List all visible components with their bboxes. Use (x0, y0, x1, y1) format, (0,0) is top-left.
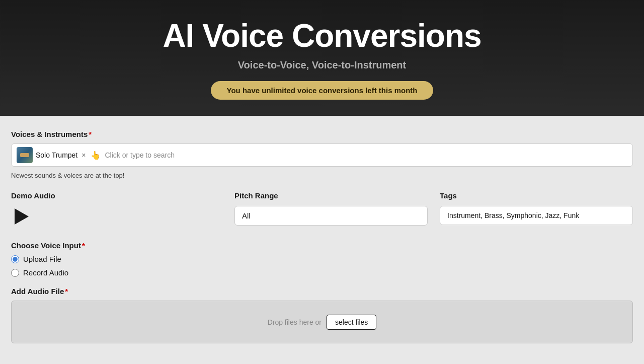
demo-audio-label: Demo Audio (11, 191, 222, 200)
tag-label: Solo Trumpet (36, 151, 77, 159)
tag-close-button[interactable]: × (80, 152, 87, 159)
play-button[interactable] (11, 206, 32, 227)
filter-columns: Demo Audio Pitch Range Tags (11, 191, 633, 227)
page-header: AI Voice Conversions Voice-to-Voice, Voi… (0, 0, 644, 116)
voices-hint-text: Newest sounds & voices are at the top! (11, 172, 633, 179)
radio-record-label: Record Audio (23, 268, 68, 277)
play-triangle-icon (15, 208, 29, 225)
search-emoji: 👆 (91, 151, 101, 160)
voices-search-container[interactable]: Solo Trumpet × 👆 Click or type to search (11, 143, 633, 167)
tag-thumbnail (17, 147, 33, 163)
dropzone-text: Drop files here or (268, 318, 321, 326)
add-audio-file-section: Add Audio File* Drop files here or selec… (11, 287, 633, 343)
pitch-range-input[interactable] (234, 206, 428, 226)
required-star-voice: * (82, 241, 85, 250)
tags-col: Tags (440, 191, 633, 227)
voices-section-label: Voices & Instruments* (11, 130, 633, 138)
conversions-badge: You have unlimited voice conversions lef… (211, 81, 434, 100)
select-files-button[interactable]: select files (327, 315, 376, 330)
page-title: AI Voice Conversions (10, 18, 634, 53)
pitch-range-col: Pitch Range (234, 191, 428, 227)
search-placeholder-text: Click or type to search (105, 151, 627, 159)
tags-input[interactable] (440, 206, 633, 225)
radio-record-audio[interactable]: Record Audio (11, 268, 633, 277)
demo-audio-col: Demo Audio (11, 191, 222, 227)
page-subtitle: Voice-to-Voice, Voice-to-Instrument (10, 59, 634, 71)
file-dropzone[interactable]: Drop files here or select files (11, 301, 633, 343)
add-audio-file-label: Add Audio File* (11, 287, 633, 296)
radio-upload-file[interactable]: Upload File (11, 255, 633, 263)
voice-input-label: Choose Voice Input* (11, 241, 633, 250)
radio-upload-label: Upload File (23, 255, 61, 263)
required-star-audio: * (65, 287, 68, 296)
selected-voice-tag: Solo Trumpet × (17, 147, 87, 163)
pitch-range-label: Pitch Range (234, 191, 428, 200)
main-content: Voices & Instruments* Solo Trumpet × 👆 C… (0, 116, 644, 353)
choose-voice-input-section: Choose Voice Input* Upload File Record A… (11, 241, 633, 277)
tags-label: Tags (440, 191, 633, 200)
required-star: * (89, 130, 92, 138)
radio-record-input[interactable] (11, 269, 19, 277)
voice-input-radio-group: Upload File Record Audio (11, 255, 633, 277)
radio-upload-input[interactable] (11, 255, 19, 263)
